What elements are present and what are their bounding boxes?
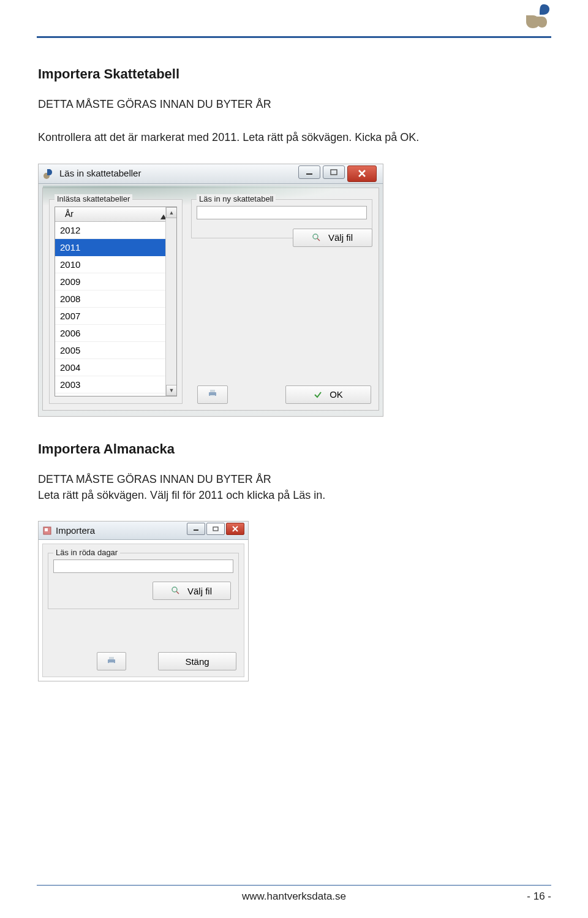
magnifier-icon xyxy=(172,586,180,595)
section2-line1: DETTA MÅSTE GÖRAS INNAN DU BYTER ÅR xyxy=(38,472,550,487)
section1-line2: Kontrollera att det är markerat med 2011… xyxy=(38,130,550,145)
group-roda-label: Läs in röda dagar xyxy=(53,548,120,557)
screenshot-importera: Importera Läs in röda dagar Välj fil xyxy=(38,521,249,681)
choose-file-button[interactable]: Välj fil xyxy=(293,229,372,247)
ok-label: OK xyxy=(330,389,343,400)
printer-icon xyxy=(106,656,117,667)
svg-rect-5 xyxy=(210,390,215,392)
minimize-button[interactable] xyxy=(187,523,205,535)
maximize-button[interactable] xyxy=(323,165,345,179)
close-button[interactable] xyxy=(226,523,244,535)
footer-page: - 16 - xyxy=(527,890,551,903)
screenshot-skattetabeller: Läs in skattetabeller Inlästa skattetabe… xyxy=(38,164,383,417)
app-icon xyxy=(42,526,52,538)
brand-logo xyxy=(526,3,551,29)
svg-rect-13 xyxy=(109,657,114,659)
svg-rect-9 xyxy=(194,529,198,531)
app-icon xyxy=(42,168,55,183)
list-item[interactable]: 2006 xyxy=(55,325,165,342)
window-title: Läs in skattetabeller xyxy=(59,168,141,178)
section2-line2: Leta rätt på sökvägen. Välj fil för 2011… xyxy=(38,488,550,503)
close-dialog-button[interactable]: Stäng xyxy=(158,652,236,670)
list-item[interactable]: 2007 xyxy=(55,308,165,325)
list-header-year[interactable]: År xyxy=(65,209,74,219)
scrollbar[interactable]: ▲ ▼ xyxy=(165,207,176,396)
ok-button[interactable]: OK xyxy=(285,385,371,404)
section1-line1: DETTA MÅSTE GÖRAS INNAN DU BYTER ÅR xyxy=(38,97,550,112)
maximize-button[interactable] xyxy=(206,523,225,535)
minimize-button[interactable] xyxy=(298,165,320,179)
printer-icon xyxy=(207,389,218,400)
scroll-down-icon[interactable]: ▼ xyxy=(166,385,177,396)
footer-url: www.hantverksdata.se xyxy=(242,890,346,903)
list-item[interactable]: 2012 xyxy=(55,222,165,239)
section1-heading: Importera Skattetabell xyxy=(38,66,550,82)
check-icon xyxy=(314,390,322,399)
group-ny-label: Läs in ny skattetabell xyxy=(197,194,276,203)
svg-point-3 xyxy=(313,234,318,239)
print-button[interactable] xyxy=(197,385,228,404)
svg-rect-2 xyxy=(331,170,337,175)
file-path-input[interactable] xyxy=(197,206,367,219)
choose-file-label: Välj fil xyxy=(187,586,212,596)
svg-rect-1 xyxy=(306,173,312,175)
list-item[interactable]: 2010 xyxy=(55,256,165,273)
list-item[interactable]: 2004 xyxy=(55,359,165,376)
choose-file-label: Välj fil xyxy=(328,232,353,243)
section2-heading: Importera Almanacka xyxy=(38,441,550,457)
magnifier-icon xyxy=(312,233,321,242)
svg-rect-14 xyxy=(109,662,114,664)
svg-rect-6 xyxy=(210,395,215,397)
close-label: Stäng xyxy=(185,656,209,667)
svg-rect-10 xyxy=(213,527,218,531)
list-item[interactable]: 2003 xyxy=(55,376,165,393)
year-list[interactable]: År ▲ ▼ 201220112010200920082007200620052… xyxy=(55,207,177,396)
file-path-input[interactable] xyxy=(53,560,233,573)
svg-rect-8 xyxy=(45,528,48,531)
group-inlasta: Inlästa skattetabeller År ▲ ▼ 2012201120… xyxy=(49,199,183,404)
choose-file-button[interactable]: Välj fil xyxy=(153,582,231,600)
list-item[interactable]: 2005 xyxy=(55,342,165,359)
close-button[interactable] xyxy=(347,165,377,182)
svg-point-11 xyxy=(172,587,177,592)
group-roda-dagar: Läs in röda dagar Välj fil xyxy=(48,553,239,609)
print-button[interactable] xyxy=(97,652,126,670)
group-inlasta-label: Inlästa skattetabeller xyxy=(55,194,132,203)
list-item[interactable]: 2011 xyxy=(55,239,165,256)
scroll-up-icon[interactable]: ▲ xyxy=(166,207,177,218)
list-item[interactable]: 2008 xyxy=(55,290,165,308)
window-title: Importera xyxy=(56,525,95,536)
list-item[interactable]: 2009 xyxy=(55,273,165,290)
